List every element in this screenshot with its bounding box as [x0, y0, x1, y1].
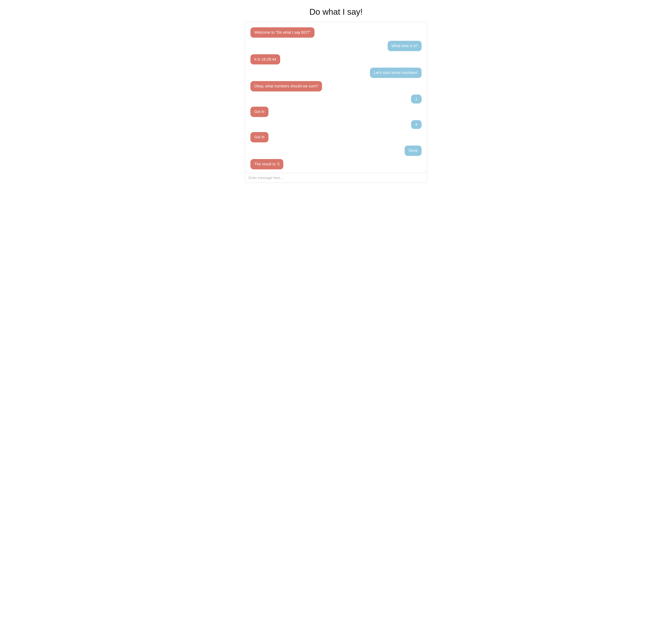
message-row: It is 18:28:44	[250, 54, 422, 65]
message-row: Welcome to "Do what I say BOT"	[250, 27, 422, 38]
message-bubble-3: It is 18:28:44	[250, 54, 280, 65]
message-input[interactable]	[249, 176, 423, 180]
chat-input-area	[245, 173, 427, 183]
message-bubble-6: 1	[411, 95, 422, 104]
message-bubble-10: Done	[405, 145, 422, 156]
message-bubble-5: Okay, what numbers should we sum?	[250, 81, 322, 91]
message-bubble-4: Let's sum some numbers!	[370, 68, 422, 78]
message-row: What time is it?	[250, 41, 422, 51]
message-row: 1	[250, 95, 422, 104]
message-bubble-2: What time is it?	[388, 41, 422, 51]
message-row: The result is: 5	[250, 159, 422, 169]
message-bubble-9: Got it!	[250, 132, 268, 142]
message-row: Got it!	[250, 132, 422, 142]
message-row: Okay, what numbers should we sum?	[250, 81, 422, 91]
page-title: Do what I say!	[309, 7, 363, 16]
message-bubble-8: 4	[411, 120, 422, 129]
message-row: Done	[250, 145, 422, 156]
message-row: Got it!	[250, 107, 422, 117]
message-bubble-1: Welcome to "Do what I say BOT"	[250, 27, 314, 38]
message-bubble-7: Got it!	[250, 107, 268, 117]
message-row: Let's sum some numbers!	[250, 68, 422, 78]
chat-messages: Welcome to "Do what I say BOT"What time …	[245, 22, 427, 173]
message-bubble-11: The result is: 5	[250, 159, 283, 169]
message-row: 4	[250, 120, 422, 129]
chat-container: Welcome to "Do what I say BOT"What time …	[245, 22, 427, 183]
